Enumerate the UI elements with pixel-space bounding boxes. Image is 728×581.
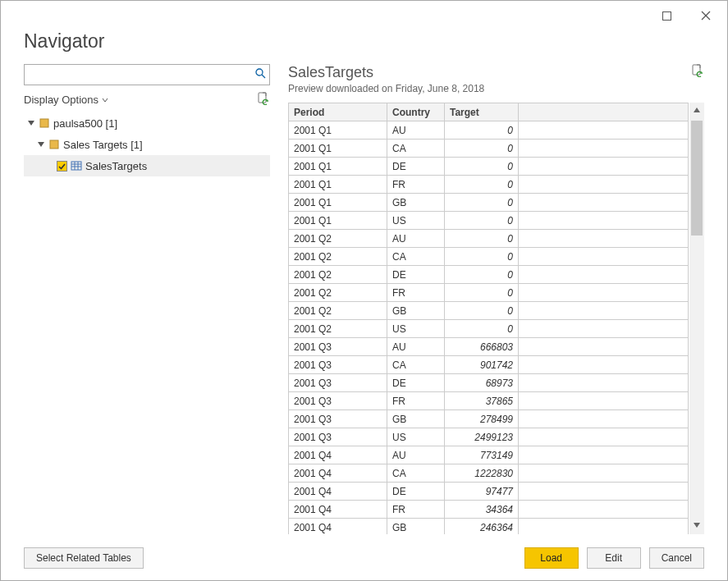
- vertical-scrollbar[interactable]: [689, 103, 704, 534]
- table-row[interactable]: 2001 Q3US2499123: [289, 428, 689, 446]
- caret-down-icon[interactable]: [37, 140, 45, 149]
- cell-blank: [519, 464, 689, 483]
- scroll-down-arrow-icon[interactable]: [693, 521, 701, 531]
- close-button[interactable]: [691, 4, 721, 27]
- svg-marker-16: [694, 108, 700, 112]
- cell-target: 0: [445, 302, 519, 320]
- tree-table-node[interactable]: SalesTargets: [24, 155, 270, 176]
- checkbox-checked-icon[interactable]: [57, 161, 67, 172]
- col-header-country[interactable]: Country: [387, 103, 445, 121]
- table-row[interactable]: 2001 Q4DE97477: [289, 483, 689, 501]
- cell-country: CA: [387, 140, 445, 158]
- cell-period: 2001 Q2: [289, 266, 387, 284]
- cell-period: 2001 Q3: [289, 428, 387, 446]
- cell-target: 0: [445, 176, 519, 194]
- tree-table-label: SalesTargets: [85, 160, 147, 172]
- search-box[interactable]: [24, 64, 270, 85]
- cell-period: 2001 Q4: [289, 446, 387, 464]
- table-icon: [71, 160, 82, 172]
- search-icon[interactable]: [255, 68, 266, 81]
- cell-country: GB: [387, 194, 445, 212]
- table-row[interactable]: 2001 Q1GB0: [289, 194, 689, 212]
- table-row[interactable]: 2001 Q3FR37865: [289, 392, 689, 410]
- cell-blank: [519, 446, 689, 464]
- cell-blank: [519, 338, 689, 356]
- cell-target: 97477: [445, 483, 519, 501]
- cell-blank: [519, 212, 689, 230]
- preview-grid[interactable]: Period Country Target 2001 Q1AU02001 Q1C…: [288, 103, 689, 534]
- cell-country: FR: [387, 501, 445, 519]
- cell-blank: [519, 266, 689, 284]
- table-row[interactable]: 2001 Q2FR0: [289, 284, 689, 302]
- tree-folder-node[interactable]: Sales Targets [1]: [24, 134, 270, 155]
- edit-button[interactable]: Edit: [587, 547, 641, 569]
- preview-subtitle: Preview downloaded on Friday, June 8, 20…: [288, 83, 484, 94]
- cell-period: 2001 Q4: [289, 464, 387, 483]
- maximize-button[interactable]: [652, 4, 681, 27]
- preview-panel: SalesTargets Preview downloaded on Frida…: [288, 64, 704, 534]
- table-row[interactable]: 2001 Q1CA0: [289, 140, 689, 158]
- cell-blank: [519, 176, 689, 194]
- cell-period: 2001 Q3: [289, 392, 387, 410]
- cell-blank: [519, 248, 689, 266]
- svg-rect-9: [50, 140, 58, 149]
- scroll-thumb[interactable]: [691, 121, 703, 236]
- cell-country: CA: [387, 464, 445, 483]
- load-button[interactable]: Load: [524, 547, 579, 569]
- refresh-tree-icon[interactable]: [257, 92, 270, 108]
- cell-blank: [519, 428, 689, 446]
- display-options-dropdown[interactable]: Display Options: [24, 94, 108, 106]
- table-row[interactable]: 2001 Q1FR0: [289, 176, 689, 194]
- cancel-button[interactable]: Cancel: [649, 547, 704, 569]
- table-row[interactable]: 2001 Q2US0: [289, 320, 689, 338]
- cell-target: 0: [445, 266, 519, 284]
- select-related-tables-button[interactable]: Select Related Tables: [24, 547, 144, 569]
- cell-blank: [519, 284, 689, 302]
- svg-point-3: [256, 69, 263, 75]
- dialog-title: Navigator: [24, 30, 704, 53]
- svg-marker-17: [694, 523, 700, 528]
- table-row[interactable]: 2001 Q1DE0: [289, 158, 689, 176]
- table-row[interactable]: 2001 Q3AU666803: [289, 338, 689, 356]
- dialog-footer: Select Related Tables Load Edit Cancel: [24, 534, 704, 569]
- cell-target: 901742: [445, 356, 519, 374]
- table-row[interactable]: 2001 Q4CA1222830: [289, 464, 689, 483]
- cell-target: 0: [445, 140, 519, 158]
- cell-blank: [519, 140, 689, 158]
- preview-title: SalesTargets: [288, 64, 484, 81]
- scroll-up-arrow-icon[interactable]: [693, 106, 701, 116]
- cell-period: 2001 Q3: [289, 374, 387, 392]
- cell-blank: [519, 410, 689, 428]
- table-row[interactable]: 2001 Q1AU0: [289, 121, 689, 140]
- cell-target: 34364: [445, 501, 519, 519]
- cell-period: 2001 Q1: [289, 121, 387, 140]
- cell-period: 2001 Q4: [289, 519, 387, 535]
- scroll-track[interactable]: [689, 116, 704, 521]
- table-row[interactable]: 2001 Q3DE68973: [289, 374, 689, 392]
- table-row[interactable]: 2001 Q1US0: [289, 212, 689, 230]
- cell-period: 2001 Q1: [289, 140, 387, 158]
- refresh-preview-icon[interactable]: [691, 64, 704, 80]
- caret-down-icon[interactable]: [27, 119, 35, 127]
- table-row[interactable]: 2001 Q2DE0: [289, 266, 689, 284]
- table-row[interactable]: 2001 Q3GB278499: [289, 410, 689, 428]
- col-header-period[interactable]: Period: [289, 103, 387, 121]
- table-row[interactable]: 2001 Q4AU773149: [289, 446, 689, 464]
- table-row[interactable]: 2001 Q2GB0: [289, 302, 689, 320]
- cell-period: 2001 Q2: [289, 284, 387, 302]
- table-row[interactable]: 2001 Q4GB246364: [289, 519, 689, 535]
- cell-blank: [519, 121, 689, 140]
- col-header-target[interactable]: Target: [445, 103, 519, 121]
- cell-target: 0: [445, 320, 519, 338]
- table-row[interactable]: 2001 Q2AU0: [289, 230, 689, 248]
- display-options-label: Display Options: [24, 94, 98, 106]
- tree-root-node[interactable]: paulsa500 [1]: [24, 112, 270, 134]
- table-row[interactable]: 2001 Q4FR34364: [289, 501, 689, 519]
- cell-target: 0: [445, 158, 519, 176]
- search-input[interactable]: [28, 67, 255, 83]
- cell-blank: [519, 194, 689, 212]
- table-row[interactable]: 2001 Q2CA0: [289, 248, 689, 266]
- cell-period: 2001 Q4: [289, 483, 387, 501]
- table-row[interactable]: 2001 Q3CA901742: [289, 356, 689, 374]
- cell-blank: [519, 374, 689, 392]
